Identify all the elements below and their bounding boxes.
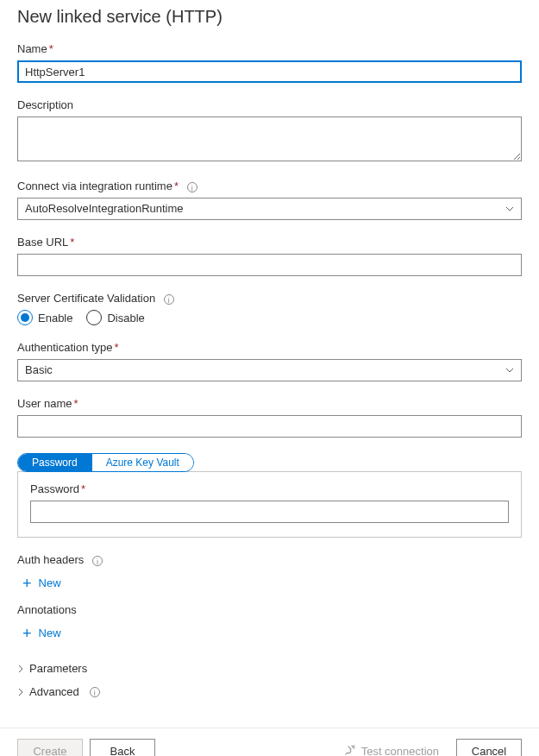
chevron-down-icon bbox=[505, 368, 514, 373]
authtype-label: Authentication type* bbox=[17, 341, 522, 354]
add-annotation-button[interactable]: + New bbox=[17, 621, 66, 645]
runtime-label-text: Connect via integration runtime bbox=[17, 180, 172, 192]
radio-inner bbox=[21, 313, 29, 322]
section-advanced[interactable]: Advanced i bbox=[17, 680, 522, 703]
baseurl-input[interactable] bbox=[17, 254, 522, 276]
radio-enable[interactable]: Enable bbox=[17, 310, 72, 325]
info-icon[interactable]: i bbox=[92, 556, 103, 566]
authtype-value: Basic bbox=[25, 363, 53, 376]
plus-icon: + bbox=[22, 577, 32, 589]
username-input[interactable] bbox=[17, 415, 522, 438]
field-baseurl: Base URL* bbox=[17, 236, 522, 276]
username-label: User name* bbox=[17, 397, 522, 410]
plug-icon bbox=[344, 745, 356, 756]
required-asterisk: * bbox=[74, 397, 78, 410]
field-runtime: Connect via integration runtime* i AutoR… bbox=[17, 180, 522, 220]
radio-outer bbox=[17, 310, 33, 325]
info-icon[interactable]: i bbox=[187, 182, 197, 192]
required-asterisk: * bbox=[70, 236, 74, 249]
chevron-right-icon bbox=[17, 688, 24, 696]
plus-icon: + bbox=[22, 627, 32, 639]
radio-disable-label: Disable bbox=[107, 312, 144, 324]
auth-headers-label: Auth headers i bbox=[17, 553, 522, 566]
username-label-text: User name bbox=[17, 397, 72, 410]
name-label: Name* bbox=[17, 42, 522, 55]
field-authtype: Authentication type* Basic bbox=[17, 341, 522, 381]
info-icon[interactable]: i bbox=[90, 687, 100, 697]
add-annotation-label: New bbox=[39, 627, 61, 639]
name-input[interactable] bbox=[17, 60, 522, 83]
section-parameters[interactable]: Parameters bbox=[17, 657, 522, 680]
info-icon[interactable]: i bbox=[164, 294, 174, 305]
runtime-value: AutoResolveIntegrationRuntime bbox=[25, 202, 184, 215]
cert-validation-radios: Enable Disable bbox=[17, 310, 522, 325]
baseurl-label-text: Base URL bbox=[17, 236, 68, 249]
password-label-text: Password bbox=[30, 482, 79, 495]
cancel-button[interactable]: Cancel bbox=[456, 739, 522, 756]
footer-left: Create Back bbox=[17, 739, 155, 756]
annotations-label: Annotations bbox=[17, 603, 522, 616]
required-asterisk: * bbox=[115, 341, 119, 354]
tab-password[interactable]: Password bbox=[18, 454, 92, 471]
chevron-right-icon bbox=[17, 665, 24, 673]
page-title: New linked service (HTTP) bbox=[17, 7, 522, 27]
authtype-label-text: Authentication type bbox=[17, 341, 113, 354]
cert-validation-label: Server Certificate Validation i bbox=[17, 292, 522, 305]
test-connection-button[interactable]: Test connection bbox=[344, 745, 439, 757]
radio-enable-label: Enable bbox=[38, 312, 72, 324]
back-button[interactable]: Back bbox=[90, 739, 155, 756]
description-input[interactable] bbox=[17, 117, 522, 161]
required-asterisk: * bbox=[174, 180, 179, 192]
add-auth-header-label: New bbox=[39, 576, 61, 589]
radio-disable[interactable]: Disable bbox=[86, 310, 144, 325]
required-asterisk: * bbox=[49, 42, 53, 55]
section-parameters-label: Parameters bbox=[29, 662, 87, 675]
password-source-tabs: Password Azure Key Vault bbox=[17, 453, 194, 472]
password-input[interactable] bbox=[30, 501, 509, 523]
password-inner-box: Password* bbox=[17, 471, 522, 538]
linked-service-panel: New linked service (HTTP) Name* Descript… bbox=[0, 0, 539, 703]
runtime-label: Connect via integration runtime* i bbox=[17, 180, 522, 192]
field-description: Description bbox=[17, 98, 522, 164]
password-label: Password* bbox=[30, 482, 509, 495]
baseurl-label: Base URL* bbox=[17, 236, 522, 249]
field-annotations: Annotations + New bbox=[17, 603, 522, 645]
section-advanced-label: Advanced bbox=[29, 685, 79, 698]
tab-azure-key-vault[interactable]: Azure Key Vault bbox=[92, 454, 193, 471]
field-cert-validation: Server Certificate Validation i Enable D… bbox=[17, 292, 522, 325]
field-auth-headers: Auth headers i + New bbox=[17, 553, 522, 595]
field-name: Name* bbox=[17, 42, 522, 83]
runtime-select[interactable]: AutoResolveIntegrationRuntime bbox=[17, 198, 522, 220]
auth-headers-label-text: Auth headers bbox=[17, 553, 84, 566]
footer-right: Test connection Cancel bbox=[344, 739, 522, 756]
authtype-select[interactable]: Basic bbox=[17, 359, 522, 381]
description-label: Description bbox=[17, 98, 522, 111]
name-label-text: Name bbox=[17, 42, 47, 55]
footer-bar: Create Back Test connection Cancel bbox=[0, 728, 539, 756]
add-auth-header-button[interactable]: + New bbox=[17, 571, 66, 595]
chevron-down-icon bbox=[505, 206, 514, 211]
field-password-block: Password Azure Key Vault Password* bbox=[17, 453, 522, 538]
create-button[interactable]: Create bbox=[17, 739, 83, 756]
field-username: User name* bbox=[17, 397, 522, 438]
test-connection-label: Test connection bbox=[361, 745, 439, 757]
cert-validation-label-text: Server Certificate Validation bbox=[17, 292, 155, 305]
required-asterisk: * bbox=[81, 482, 85, 495]
radio-outer bbox=[86, 310, 102, 325]
